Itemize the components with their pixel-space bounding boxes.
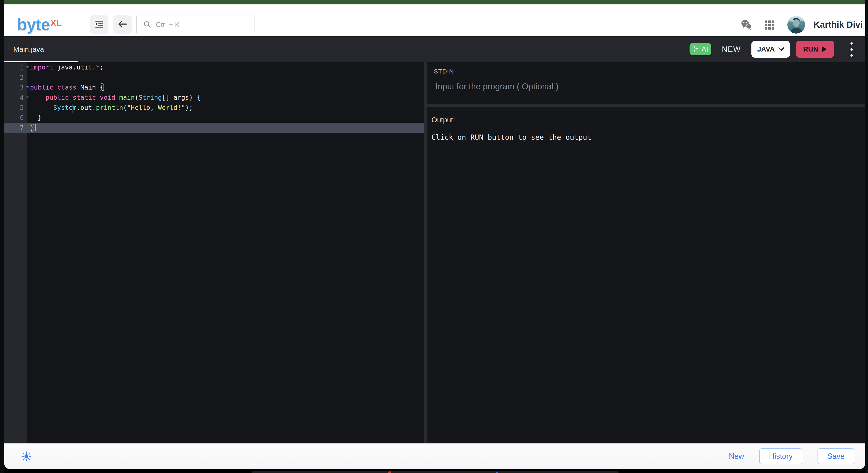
code-token (115, 94, 119, 101)
code-line[interactable]: public static void main(String[] args) { (27, 93, 424, 103)
output-message: Click on RUN button to see the output (431, 133, 591, 141)
code-token: public static void (45, 94, 115, 101)
save-button[interactable]: Save (817, 448, 854, 464)
stdin-input[interactable] (435, 81, 848, 101)
code-token: public class (30, 84, 76, 91)
play-icon (822, 46, 827, 52)
new-button-label: NEW (722, 45, 741, 54)
code-token: System (53, 104, 76, 111)
stdin-label: STDIN (434, 68, 454, 75)
gutter-line-number[interactable]: 6 (4, 113, 27, 123)
bytexl-ide-window: byte XL (0, 0, 868, 473)
code-token: [] args) { (162, 94, 200, 101)
stdin-output-divider (427, 104, 865, 107)
gutter-line-number[interactable]: 7 (4, 123, 27, 133)
global-search (136, 14, 254, 34)
apps-grid-button[interactable] (765, 21, 774, 31)
chat-support-button[interactable] (741, 19, 753, 31)
code-token: ; (100, 64, 104, 71)
code-line[interactable]: import java.util.*; (27, 62, 424, 72)
gutter-line-number[interactable]: 2 (4, 72, 27, 83)
gutter[interactable]: 1234567 (4, 62, 27, 443)
logo-text: byte (17, 13, 50, 36)
text-cursor (35, 124, 36, 131)
search-icon (143, 20, 151, 29)
bytexl-logo: byte XL (17, 13, 62, 36)
code-line[interactable]: public class Main { (27, 82, 424, 93)
editor-tabbar: Main.java AI NEW JAVA RUN (4, 36, 865, 62)
code-token: String (138, 94, 162, 101)
footer-bar: New History Save (4, 443, 865, 469)
run-button-label: RUN (803, 45, 818, 53)
io-panel: STDIN Output: Click on RUN button to see… (427, 62, 865, 443)
code-token (30, 94, 45, 101)
code-lines[interactable]: import java.util.*;public class Main { p… (27, 62, 424, 443)
sparkles-icon (693, 45, 700, 53)
code-token: java.util. (53, 64, 96, 71)
search-input[interactable] (155, 20, 250, 29)
sun-icon (22, 451, 31, 461)
code-token: main (119, 94, 134, 101)
dock-blue-dot (496, 472, 498, 473)
output-label: Output: (431, 116, 455, 124)
top-green-strip (4, 0, 865, 4)
language-selector-label: JAVA (757, 45, 775, 53)
gutter-line-number[interactable]: 5 (4, 103, 27, 113)
matched-bracket: } (30, 124, 34, 131)
code-token (30, 104, 53, 111)
code-token: } (30, 114, 41, 121)
code-line[interactable]: } (27, 123, 424, 133)
user-avatar[interactable] (787, 16, 805, 34)
code-token: ); (185, 104, 193, 111)
logo-suffix: XL (50, 18, 62, 28)
ai-button-label: AI (702, 45, 708, 53)
new-file-button[interactable]: NEW (722, 36, 741, 62)
ai-assistant-button[interactable]: AI (689, 43, 711, 55)
format-indent-icon (94, 19, 104, 30)
header-bar: byte XL (4, 4, 865, 36)
code-token: ( (135, 94, 138, 101)
user-name[interactable]: Karthik Divi (813, 20, 863, 29)
history-button[interactable]: History (759, 448, 802, 464)
code-line[interactable] (27, 72, 424, 83)
code-token: import (30, 64, 53, 71)
kebab-dot (850, 49, 853, 51)
more-options-button[interactable] (849, 41, 854, 57)
theme-toggle-button[interactable] (22, 451, 31, 462)
code-token: ( (123, 104, 127, 111)
gutter-line-number[interactable]: 1 (4, 62, 27, 72)
code-token: "Hello, World!" (127, 104, 185, 111)
code-line[interactable]: System.out.println("Hello, World!"); (27, 103, 424, 113)
panel-divider[interactable] (424, 62, 427, 443)
dock-red-icon-tip (389, 471, 391, 473)
gutter-line-number[interactable]: 4 (4, 93, 27, 103)
code-line[interactable]: } (27, 113, 424, 123)
tab-main-java[interactable]: Main.java (4, 36, 78, 62)
code-token: * (96, 64, 100, 71)
indent-toggle-button[interactable] (90, 15, 108, 34)
gutter-line-number[interactable]: 3 (4, 82, 27, 93)
kebab-dot (850, 54, 853, 57)
matched-bracket: { (100, 84, 104, 91)
code-token: Main (76, 84, 100, 91)
code-token: println (96, 104, 123, 111)
new-button[interactable]: New (729, 452, 744, 461)
tab-label: Main.java (13, 45, 44, 54)
code-editor[interactable]: 1234567 import java.util.*;public class … (4, 62, 424, 443)
chevron-down-icon (778, 47, 784, 51)
run-button[interactable]: RUN (796, 41, 834, 58)
window-right-edge (865, 0, 868, 473)
language-selector[interactable]: JAVA (751, 41, 790, 58)
back-button[interactable] (114, 15, 131, 34)
dock-fragment (251, 471, 619, 473)
window-left-edge (0, 0, 4, 473)
arrow-left-icon (118, 19, 127, 30)
code-token: .out. (76, 104, 96, 111)
kebab-dot (850, 42, 853, 44)
